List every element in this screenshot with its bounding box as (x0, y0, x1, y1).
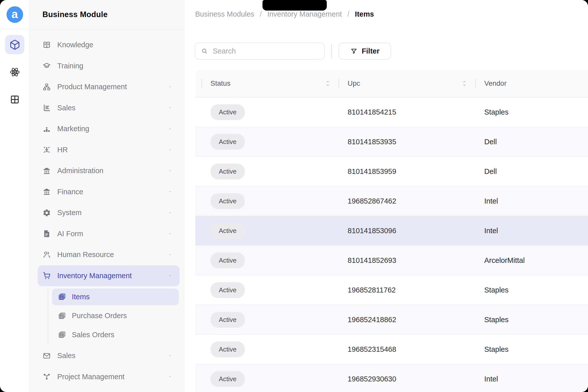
chevron-down-icon (168, 126, 173, 131)
cube-icon (9, 39, 20, 50)
chevron-down-icon (168, 168, 173, 173)
chevron-up-icon (168, 273, 173, 278)
status-badge: Active (210, 223, 245, 239)
table-row[interactable]: Active196852418862Staples (195, 305, 588, 334)
status-badge: Active (210, 134, 245, 150)
sidebar-subitem-sales-orders[interactable]: Sales Orders (52, 326, 179, 343)
sidebar-item-project-management[interactable]: Project Management (38, 366, 180, 387)
app-logo[interactable]: a (7, 6, 23, 23)
sidebar-item-product-management[interactable]: Product Management (38, 76, 180, 97)
sidebar-header: Business Module (30, 0, 185, 29)
cell-vendor: Staples (475, 316, 588, 324)
table-row[interactable]: Active810141852693ArcelorMittal (195, 245, 588, 275)
sidebar-nav: KnowledgeTrainingProduct ManagementSales… (30, 29, 185, 387)
sidebar-item-sales[interactable]: Sales (38, 97, 180, 119)
sidebar-item-label: Marketing (57, 125, 89, 133)
column-header-label: Vendor (484, 79, 580, 87)
sidebar-item-label: Project Management (57, 373, 125, 381)
sort-icon[interactable] (461, 80, 468, 87)
cell-upc: 810141852693 (339, 256, 475, 265)
cell-vendor: Staples (475, 108, 588, 116)
file-text-icon (42, 229, 51, 238)
items-table: StatusUpcVendor Active810141854215Staple… (195, 70, 588, 392)
person-rays-icon (42, 145, 51, 154)
cell-status: Active (201, 164, 339, 179)
breadcrumb-separator: / (260, 10, 262, 18)
sidebar-item-knowledge[interactable]: Knowledge (38, 34, 180, 56)
cell-vendor: Staples (475, 286, 588, 294)
table-row[interactable]: Active196852930630Intel (195, 364, 588, 392)
breadcrumb-item-inventory-management[interactable]: Inventory Management (267, 10, 342, 18)
sidebar-item-label: Sales (57, 104, 76, 112)
sidebar-item-label: Finance (57, 188, 83, 196)
table-row[interactable]: Active810141853935Dell (195, 127, 588, 156)
chevron-down-icon (168, 105, 173, 110)
breadcrumb-separator: / (347, 10, 349, 18)
sort-icon[interactable] (325, 80, 331, 87)
sidebar-item-training[interactable]: Training (38, 56, 180, 77)
rail-item-react[interactable] (5, 62, 24, 82)
rail-item-cube[interactable] (5, 35, 24, 54)
cell-status: Active (201, 282, 339, 298)
sidebar-item-system[interactable]: System (38, 202, 180, 223)
sidebar-item-administration[interactable]: Administration (38, 160, 180, 181)
sidebar-item-finance[interactable]: Finance (38, 181, 180, 203)
column-header-vendor: Vendor (475, 70, 588, 97)
cell-upc: 810141853959 (339, 167, 475, 176)
sidebar-item-label: Knowledge (57, 41, 93, 49)
table-row[interactable]: Active810141853959Dell (195, 156, 588, 186)
app-logo-section: a (0, 0, 29, 29)
cart-icon (42, 271, 51, 280)
table-row[interactable]: Active196852315468Staples (195, 334, 588, 364)
cell-upc: 810141854215 (339, 108, 475, 116)
sidebar-subitem-items[interactable]: Items (52, 288, 179, 305)
sidebar-item-hr[interactable]: HR (38, 139, 180, 161)
sitemap-icon (42, 83, 51, 91)
rail-item-grid[interactable] (5, 90, 24, 109)
chevron-down-icon (168, 374, 173, 379)
cell-status: Active (201, 134, 339, 150)
sidebar-item-label: AI Form (57, 230, 83, 238)
column-header-upc[interactable]: Upc (339, 70, 475, 97)
sidebar-item-human-resource[interactable]: Human Resource (38, 244, 180, 265)
cell-status: Active (201, 371, 339, 387)
bank-icon (42, 187, 51, 196)
column-header-status[interactable]: Status (201, 70, 339, 97)
cell-status: Active (201, 193, 339, 209)
sidebar-item-ai-form[interactable]: AI Form (38, 223, 180, 244)
status-badge: Active (210, 164, 245, 179)
breadcrumb-item-business-modules[interactable]: Business Modules (195, 10, 254, 18)
sidebar-title: Business Module (42, 10, 108, 19)
users-icon (42, 251, 51, 259)
search-icon (201, 47, 208, 55)
cell-upc: 196852867462 (339, 197, 475, 205)
search-input[interactable] (213, 47, 319, 55)
cell-upc: 196852930630 (339, 375, 475, 383)
sidebar-item-sales[interactable]: Sales (38, 345, 180, 366)
sidebar-subitem-purchase-orders[interactable]: Purchase Orders (52, 307, 179, 324)
cell-status: Active (201, 104, 339, 120)
filter-button[interactable]: Filter (339, 43, 391, 60)
funnel-icon (350, 47, 358, 55)
toolbar-divider (331, 44, 332, 58)
chevron-down-icon (168, 353, 173, 358)
cell-vendor: Intel (475, 197, 588, 205)
table-row[interactable]: Active810141853096Intel (195, 216, 588, 245)
sidebar-item-inventory-management[interactable]: Inventory Management (38, 265, 180, 286)
sidebar-item-marketing[interactable]: Marketing (38, 118, 180, 139)
table-header: StatusUpcVendor (195, 70, 588, 97)
table-row[interactable]: Active810141854215Staples (195, 97, 588, 127)
network-icon (42, 372, 51, 381)
graduation-cap-icon (42, 62, 51, 70)
chevron-down-icon (168, 189, 173, 194)
redacted-region (262, 0, 327, 11)
table-row[interactable]: Active196852811762Staples (195, 275, 588, 305)
cell-status: Active (201, 253, 339, 268)
table-row[interactable]: Active196852867462Intel (195, 186, 588, 216)
search-box[interactable] (195, 42, 325, 60)
filter-label: Filter (362, 47, 380, 55)
sidebar-item-label: Sales (57, 352, 76, 360)
table-cells-icon (58, 312, 66, 320)
subnav-inventory-management: ItemsPurchase OrdersSales Orders (48, 288, 185, 343)
sidebar: Business Module KnowledgeTrainingProduct… (30, 0, 185, 392)
